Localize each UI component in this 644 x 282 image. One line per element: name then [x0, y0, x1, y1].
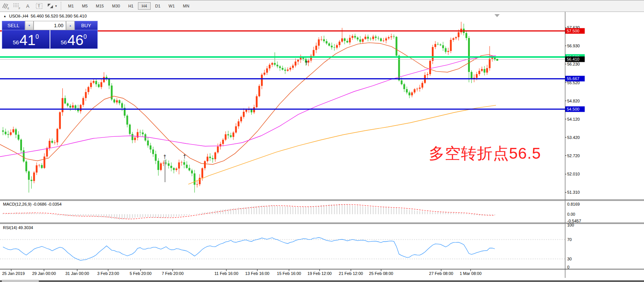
time-tick-label: 13 Feb 16:00: [245, 271, 270, 276]
time-tick-label: 25 Jan 2019: [2, 271, 25, 276]
timeframe-button-h1[interactable]: H1: [125, 2, 137, 10]
buy-price-display[interactable]: 56 46 0: [50, 30, 98, 48]
svg-text:A: A: [26, 3, 29, 9]
sell-price-prefix: 56: [13, 39, 19, 45]
price-level-badge: 55.667: [565, 76, 585, 82]
dagger-marker[interactable]: †: [305, 60, 308, 66]
toolbar-separator: [61, 2, 61, 10]
rsi-header: RSI(14) 49.3034: [3, 225, 33, 230]
macd-scale-label: 0.8169: [567, 202, 580, 206]
volume-input[interactable]: [34, 21, 66, 30]
timeframe-button-h4[interactable]: H4: [138, 2, 151, 10]
time-tick-label: 1 Mar 08:00: [460, 271, 482, 276]
dagger-marker[interactable]: †: [163, 154, 166, 160]
timeframe-button-m30[interactable]: M30: [109, 2, 124, 10]
volume-decrease-button[interactable]: ▾: [25, 21, 34, 30]
time-tick-label: 29 Jan 00:00: [32, 271, 56, 276]
rsi-scale-label: 30: [567, 257, 572, 261]
time-tick-label: 3 Feb 23:00: [97, 271, 119, 276]
time-tick-label: 7 Feb 20:00: [162, 271, 184, 276]
time-tick-label: 25 Feb 08:00: [369, 271, 393, 276]
time-tick-label: 27 Feb 08:00: [429, 271, 453, 276]
time-tick-label: 11 Feb 16:00: [214, 271, 238, 276]
mt4-chart-window: E F A T ▾ M1M5M15M30H1H4D1W1MN ▲ USOil-,: [0, 0, 644, 282]
time-tick-label: 19 Feb 12:00: [308, 271, 332, 276]
text-box-t-icon[interactable]: T: [34, 1, 44, 10]
timeframe-button-m15[interactable]: M15: [92, 2, 107, 10]
price-level-badge: 54.500: [565, 107, 585, 112]
one-click-trade-widget: SELL ▾ ▴ BUY 56 41 0 56 46 0: [2, 21, 98, 49]
dropdown-caret-icon[interactable]: ▾: [55, 4, 57, 8]
toolbar: E F A T ▾ M1M5M15M30H1H4D1W1MN: [0, 0, 644, 12]
sell-price-display[interactable]: 56 41 0: [2, 30, 50, 48]
price-tick-label: 52.010: [567, 172, 580, 176]
timeframe-button-mn[interactable]: MN: [179, 2, 193, 10]
time-tick-label: 15 Feb 16:00: [277, 271, 301, 276]
timeframe-button-m1[interactable]: M1: [65, 2, 78, 10]
text-label-a-icon[interactable]: A: [23, 1, 33, 10]
price-tick-label: 54.820: [567, 99, 580, 103]
price-tick-label: 56.230: [567, 62, 580, 66]
scrollbar-track[interactable]: [0, 281, 644, 282]
symbol-header: ▲ USOil-,H4 56.460 56.520 56.390 56.410: [3, 14, 87, 18]
time-tick-label: 5 Feb 20:00: [130, 271, 152, 276]
price-tick-label: 52.720: [567, 153, 580, 158]
collapse-arrow-icon[interactable]: ▲: [3, 15, 6, 18]
sell-button[interactable]: SELL: [2, 21, 25, 30]
timeframe-button-w1[interactable]: W1: [165, 2, 179, 10]
scrollbar-thumb[interactable]: [2, 280, 39, 282]
timeframe-button-d1[interactable]: D1: [151, 2, 164, 10]
price-tick-label: 53.420: [567, 135, 580, 140]
sell-price-main: 41: [19, 33, 35, 47]
rsi-scale-label: 70: [567, 237, 572, 242]
rsi-scale-label: 0: [567, 265, 569, 269]
macd-header: MACD(12,26,9) -0.0686 -0.0354: [3, 202, 62, 206]
sell-price-pip: 0: [35, 34, 39, 40]
symbol-ohlc-values: 56.460 56.520 56.390 56.410: [31, 14, 87, 18]
time-tick-label: 21 Feb 12:00: [339, 271, 363, 276]
svg-text:T: T: [38, 4, 40, 8]
price-tick-label: 54.120: [567, 117, 580, 121]
price-tick-label: 56.930: [567, 44, 580, 48]
volume-increase-button[interactable]: ▴: [66, 21, 75, 30]
svg-text:F: F: [19, 7, 20, 10]
indicator-hatch-e-icon[interactable]: E: [1, 1, 10, 10]
fast-ma: [0, 43, 496, 165]
svg-text:E: E: [7, 7, 9, 10]
buy-price-pip: 0: [84, 34, 87, 40]
timeframe-button-m5[interactable]: M5: [78, 2, 91, 10]
grid-f-icon[interactable]: F: [12, 1, 22, 10]
buy-button[interactable]: BUY: [75, 21, 98, 30]
chart-annotation-text: 多空转折点56.5: [429, 143, 541, 164]
dagger-marker[interactable]: †: [183, 153, 186, 159]
buy-price-main: 46: [67, 33, 83, 47]
symbol-name: USOil-,H4: [9, 14, 28, 18]
price-level-badge: 56.410: [565, 57, 585, 62]
rsi-scale-label: 100: [567, 223, 574, 227]
timeframe-buttons: M1M5M15M30H1H4D1W1MN: [64, 2, 194, 10]
macd-scale-label: 0.00: [567, 212, 575, 216]
price-level-badge: 57.500: [565, 28, 585, 34]
arrow-objects-icon[interactable]: [45, 1, 55, 10]
price-tick-label: 51.310: [567, 190, 580, 194]
time-tick-label: 31 Jan 00:00: [65, 271, 89, 276]
buy-price-prefix: 56: [61, 39, 67, 45]
